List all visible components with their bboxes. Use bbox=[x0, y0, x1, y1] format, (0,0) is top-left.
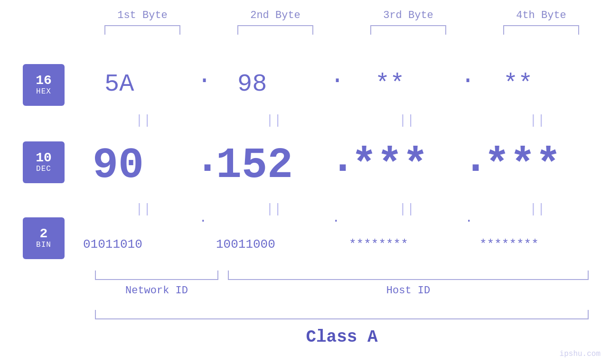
hex-base-name: HEX bbox=[36, 87, 51, 96]
dec-b1: 90 bbox=[93, 141, 144, 190]
byte-col-2: 2nd Byte bbox=[228, 9, 323, 35]
eq3-dec-bin: || bbox=[399, 202, 415, 216]
dec-b2: 152 bbox=[216, 141, 293, 190]
bin-b1: 01011010 bbox=[83, 237, 142, 252]
bin-b3: ******** bbox=[349, 237, 408, 252]
hex-dot2: . bbox=[330, 62, 345, 90]
hex-b3: ** bbox=[375, 70, 404, 98]
watermark: ipshu.com bbox=[560, 350, 601, 358]
eq1-hex-dec: || bbox=[135, 113, 151, 128]
bin-dot3: . bbox=[465, 211, 473, 225]
byte2-bracket-top bbox=[237, 25, 313, 35]
bin-b2: 10011000 bbox=[216, 237, 275, 252]
bin-base-label: 2 BIN bbox=[23, 217, 65, 259]
bin-dot1: . bbox=[199, 211, 207, 225]
byte1-bracket-top bbox=[104, 25, 180, 35]
host-id-label: Host ID bbox=[228, 285, 589, 297]
byte-col-1: 1st Byte bbox=[95, 9, 190, 35]
dec-base-num: 10 bbox=[36, 151, 52, 165]
hex-b1: 5A bbox=[104, 70, 134, 98]
hex-base-num: 16 bbox=[36, 74, 52, 87]
bin-base-num: 2 bbox=[40, 227, 48, 241]
eq4-dec-bin: || bbox=[529, 202, 545, 216]
network-id-bracket bbox=[95, 271, 218, 280]
hex-dot3: . bbox=[460, 62, 475, 90]
hex-base-label: 16 HEX bbox=[23, 64, 65, 106]
eq4-hex-dec: || bbox=[529, 113, 545, 128]
byte3-bracket-top bbox=[370, 25, 446, 35]
byte-col-3: 3rd Byte bbox=[361, 9, 456, 35]
hex-b4: ** bbox=[503, 70, 533, 98]
dec-base-label: 10 DEC bbox=[23, 141, 65, 183]
dec-b4: *** bbox=[484, 141, 561, 190]
network-id-label: Network ID bbox=[95, 285, 218, 297]
byte2-label: 2nd Byte bbox=[250, 9, 300, 21]
dec-base-name: DEC bbox=[36, 165, 51, 173]
hex-b2: 98 bbox=[237, 70, 267, 98]
eq3-hex-dec: || bbox=[399, 113, 415, 128]
main-container: 1st Byte 2nd Byte 3rd Byte 4th Byte 16 H… bbox=[0, 0, 610, 364]
byte3-label: 3rd Byte bbox=[383, 9, 433, 21]
hex-dot1: . bbox=[197, 62, 212, 90]
eq1-dec-bin: || bbox=[135, 202, 151, 216]
class-bracket bbox=[95, 310, 589, 319]
eq2-hex-dec: || bbox=[266, 113, 282, 128]
eq2-dec-bin: || bbox=[266, 202, 282, 216]
dec-b3: *** bbox=[351, 141, 428, 190]
byte4-bracket-top bbox=[503, 25, 579, 35]
byte4-label: 4th Byte bbox=[516, 9, 566, 21]
host-id-bracket bbox=[228, 271, 589, 280]
class-label: Class A bbox=[95, 327, 589, 347]
byte-col-4: 4th Byte bbox=[494, 9, 589, 35]
bin-dot2: . bbox=[332, 211, 340, 225]
bin-b4: ******** bbox=[479, 237, 539, 252]
byte1-label: 1st Byte bbox=[117, 9, 168, 21]
bin-base-name: BIN bbox=[36, 241, 51, 249]
